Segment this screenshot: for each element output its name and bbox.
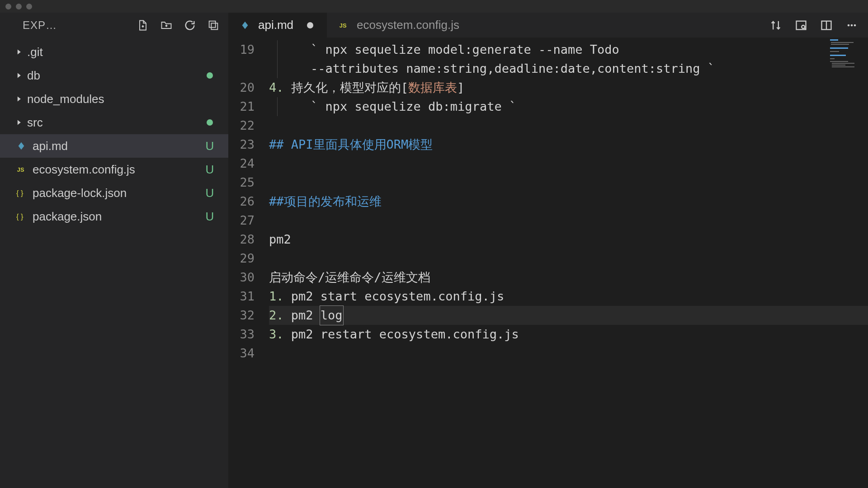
file-package.json[interactable]: { }package.jsonU	[0, 205, 228, 228]
code-line[interactable]: 1. pm2 start ecosystem.config.js	[269, 287, 868, 306]
line-gutter: 19202122232425262728293031323334	[228, 38, 264, 488]
svg-point-13	[854, 24, 856, 26]
code-line[interactable]	[269, 249, 868, 268]
line-number: 27	[228, 211, 255, 230]
compare-button[interactable]	[768, 17, 784, 33]
tree-item-label: src	[27, 116, 207, 130]
new-folder-button[interactable]	[160, 19, 173, 32]
editor-area: api.mdJSecosystem.config.js 192021222324…	[228, 13, 868, 488]
tree-item-label: node_modules	[27, 92, 217, 106]
chevron-right-icon	[14, 49, 24, 55]
folder-db[interactable]: db	[0, 64, 228, 87]
js-file-icon: JS	[337, 20, 350, 30]
code-line[interactable]: 启动命令/运维命令/运维文档	[269, 268, 868, 287]
line-number: 29	[228, 249, 255, 268]
refresh-button[interactable]	[183, 19, 197, 32]
zoom-window-button[interactable]	[26, 4, 32, 9]
explorer-sidebar: EXP… .gitdbnode_modulessrcapi.mdUJSecosy…	[0, 13, 228, 488]
git-status-badge: U	[203, 163, 217, 177]
code-line[interactable]: 3. pm2 restart ecosystem.config.js	[269, 325, 868, 344]
json-file-icon: { }	[14, 211, 28, 221]
line-number: 23	[228, 135, 255, 154]
svg-point-11	[848, 24, 850, 26]
preview-button[interactable]	[793, 17, 809, 33]
chevron-right-icon	[14, 96, 24, 102]
md-file-icon	[14, 141, 28, 151]
modified-dot-icon	[207, 119, 213, 126]
file-api.md[interactable]: api.mdU	[0, 134, 228, 158]
code-line[interactable]: 4. 持久化，模型对应的[数据库表]	[269, 78, 868, 97]
code-line[interactable]: ` npx sequelize model:generate --name To…	[269, 40, 868, 59]
explorer-header: EXP…	[0, 13, 228, 38]
chevron-right-icon	[14, 119, 24, 126]
file-package-lock.json[interactable]: { }package-lock.jsonU	[0, 181, 228, 205]
md-file-icon	[238, 20, 252, 30]
line-number: 19	[228, 40, 255, 59]
folder-node_modules[interactable]: node_modules	[0, 87, 228, 111]
code-line[interactable]: ## API里面具体使用ORM模型	[269, 135, 868, 154]
code-editor[interactable]: 19202122232425262728293031323334 ` npx s…	[228, 38, 868, 488]
tab-ecosystem.config.js[interactable]: JSecosystem.config.js	[327, 13, 473, 38]
code-line[interactable]: pm2	[269, 230, 868, 249]
line-number: 32	[228, 306, 255, 325]
line-number: 22	[228, 116, 255, 135]
line-number: 25	[228, 173, 255, 192]
close-window-button[interactable]	[5, 4, 11, 9]
new-file-button[interactable]	[136, 19, 150, 32]
line-number	[228, 59, 255, 78]
tab-actions	[768, 13, 868, 38]
svg-text:{ }: { }	[16, 212, 24, 221]
line-number: 24	[228, 154, 255, 173]
svg-point-12	[851, 24, 853, 26]
svg-rect-0	[209, 21, 216, 27]
code-content[interactable]: ` npx sequelize model:generate --name To…	[264, 38, 868, 488]
code-line[interactable]	[269, 116, 868, 135]
js-file-icon: JS	[14, 164, 28, 174]
svg-rect-1	[211, 23, 217, 29]
folder-.git[interactable]: .git	[0, 40, 228, 64]
git-status-badge: U	[203, 139, 217, 153]
line-number: 21	[228, 97, 255, 116]
code-line[interactable]: ` npx sequelize db:migrate `	[269, 97, 868, 116]
folder-src[interactable]: src	[0, 111, 228, 134]
line-number: 30	[228, 268, 255, 287]
tree-item-label: package.json	[33, 210, 203, 224]
tree-item-label: db	[27, 69, 207, 83]
minimap[interactable]	[827, 38, 868, 74]
line-number: 26	[228, 192, 255, 211]
tab-api.md[interactable]: api.md	[228, 13, 327, 38]
explorer-title: EXP…	[23, 19, 126, 32]
git-status-badge: U	[203, 210, 217, 224]
titlebar	[0, 0, 868, 13]
svg-text:JS: JS	[17, 166, 24, 173]
svg-text:JS: JS	[340, 22, 347, 28]
git-status-badge: U	[203, 186, 217, 200]
code-line[interactable]	[269, 211, 868, 230]
minimize-window-button[interactable]	[16, 4, 22, 9]
svg-text:{ }: { }	[16, 189, 24, 197]
split-editor-button[interactable]	[818, 17, 835, 33]
line-number: 34	[228, 344, 255, 363]
chevron-right-icon	[14, 72, 24, 79]
collapse-all-button[interactable]	[207, 19, 220, 32]
tab-bar: api.mdJSecosystem.config.js	[228, 13, 868, 38]
line-number: 33	[228, 325, 255, 344]
modified-dot-icon	[207, 72, 213, 79]
tree-item-label: .git	[27, 45, 217, 59]
tree-item-label: ecosystem.config.js	[33, 163, 203, 177]
code-line[interactable]	[269, 154, 868, 173]
code-line[interactable]: ##项目的发布和运维	[269, 192, 868, 211]
more-actions-button[interactable]	[844, 17, 860, 33]
modified-dot-icon	[307, 22, 313, 28]
tab-label: api.md	[258, 18, 293, 32]
line-number: 28	[228, 230, 255, 249]
code-line[interactable]: 2. pm2 logI	[269, 306, 868, 325]
file-tree: .gitdbnode_modulessrcapi.mdUJSecosystem.…	[0, 38, 228, 228]
code-line[interactable]: --attributes name:string,deadline:date,c…	[269, 59, 868, 78]
code-line[interactable]	[269, 173, 868, 192]
line-number: 31	[228, 287, 255, 306]
code-line[interactable]	[269, 344, 868, 363]
line-number: 20	[228, 78, 255, 97]
tree-item-label: api.md	[33, 139, 203, 153]
file-ecosystem.config.js[interactable]: JSecosystem.config.jsU	[0, 158, 228, 181]
